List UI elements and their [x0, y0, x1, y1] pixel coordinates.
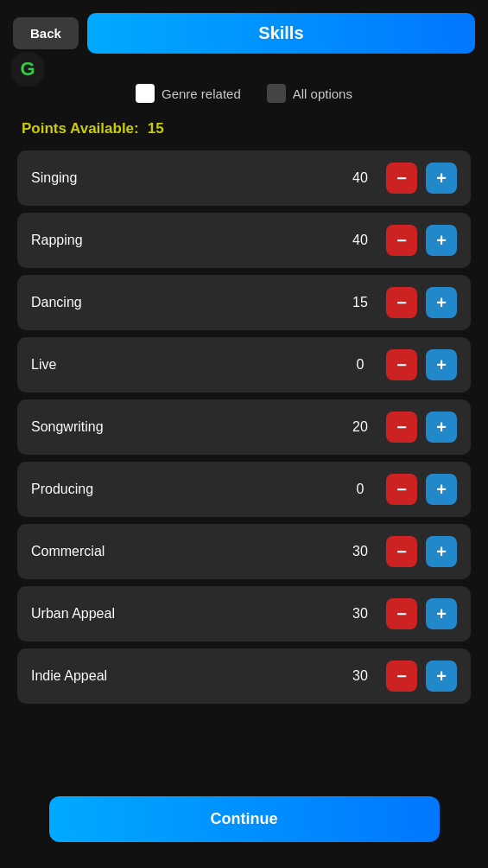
- skill-row: Dancing15−+: [17, 275, 471, 330]
- genre-related-checkbox[interactable]: [136, 84, 155, 103]
- skill-name: Rapping: [31, 233, 334, 248]
- logo-icon: G: [10, 52, 45, 86]
- skill-minus-button[interactable]: −: [386, 474, 417, 505]
- skill-minus-button[interactable]: −: [386, 349, 417, 380]
- skill-minus-button[interactable]: −: [386, 536, 417, 567]
- skill-row: Urban Appeal30−+: [17, 586, 471, 641]
- continue-section: Continue: [49, 796, 440, 842]
- skill-row: Rapping40−+: [17, 213, 471, 268]
- skill-value: 30: [343, 606, 377, 622]
- skill-row: Songwriting20−+: [17, 399, 471, 455]
- back-button[interactable]: Back: [13, 17, 79, 49]
- skill-row: Commercial30−+: [17, 524, 471, 579]
- skill-value: 20: [343, 419, 377, 435]
- skill-name: Commercial: [31, 544, 334, 559]
- skill-minus-button[interactable]: −: [386, 661, 417, 692]
- skill-value: 0: [343, 482, 377, 497]
- filter-genre-related[interactable]: Genre related: [136, 84, 241, 103]
- skill-row: Indie Appeal30−+: [17, 648, 471, 704]
- skill-name: Songwriting: [31, 419, 334, 435]
- skill-value: 30: [343, 544, 377, 559]
- skill-plus-button[interactable]: +: [426, 225, 457, 256]
- skill-minus-button[interactable]: −: [386, 225, 417, 256]
- skill-name: Dancing: [31, 295, 334, 310]
- all-options-label: All options: [293, 86, 352, 101]
- filter-row: Genre related All options: [0, 67, 488, 112]
- skill-name: Singing: [31, 170, 334, 186]
- filter-all-options[interactable]: All options: [267, 84, 352, 103]
- points-section: Points Available: 15: [0, 112, 488, 150]
- skill-plus-button[interactable]: +: [426, 474, 457, 505]
- skill-minus-button[interactable]: −: [386, 163, 417, 194]
- skill-row: Producing0−+: [17, 462, 471, 517]
- skill-value: 15: [343, 295, 377, 310]
- skill-row: Live0−+: [17, 337, 471, 393]
- skill-value: 30: [343, 668, 377, 684]
- skill-plus-button[interactable]: +: [426, 412, 457, 443]
- skill-name: Indie Appeal: [31, 668, 334, 684]
- skill-name: Urban Appeal: [31, 606, 334, 622]
- skill-value: 40: [343, 233, 377, 248]
- skill-value: 40: [343, 170, 377, 186]
- all-options-checkbox[interactable]: [267, 84, 286, 103]
- continue-button[interactable]: Continue: [49, 796, 440, 842]
- skill-row: Singing40−+: [17, 150, 471, 206]
- skill-plus-button[interactable]: +: [426, 287, 457, 318]
- skill-minus-button[interactable]: −: [386, 598, 417, 629]
- skill-plus-button[interactable]: +: [426, 163, 457, 194]
- skill-minus-button[interactable]: −: [386, 287, 417, 318]
- skill-plus-button[interactable]: +: [426, 598, 457, 629]
- points-value: 15: [148, 120, 164, 137]
- skill-plus-button[interactable]: +: [426, 661, 457, 692]
- genre-related-label: Genre related: [162, 86, 241, 101]
- skill-plus-button[interactable]: +: [426, 349, 457, 380]
- skill-name: Live: [31, 357, 334, 373]
- skill-plus-button[interactable]: +: [426, 536, 457, 567]
- skill-value: 0: [343, 357, 377, 373]
- skills-list: Singing40−+Rapping40−+Dancing15−+Live0−+…: [0, 150, 488, 704]
- header: Back Skills: [0, 0, 488, 67]
- points-label: Points Available:: [22, 120, 139, 137]
- page-title: Skills: [87, 13, 475, 54]
- skill-name: Producing: [31, 482, 334, 497]
- skill-minus-button[interactable]: −: [386, 412, 417, 443]
